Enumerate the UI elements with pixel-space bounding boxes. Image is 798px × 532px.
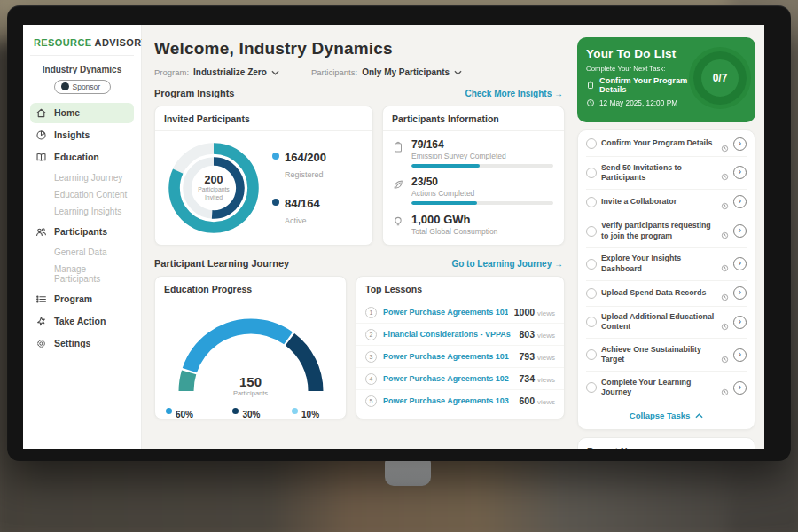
sidebar-item-home[interactable]: Home <box>30 103 134 123</box>
emission-survey-progress-bar <box>411 164 553 168</box>
lesson-rank: 5 <box>365 395 377 407</box>
legend-active: 84/164Active <box>272 195 326 227</box>
active-dot-icon <box>272 199 279 206</box>
task-row[interactable]: Upload Spend Data Records › <box>586 281 747 307</box>
task-row[interactable]: Invite a Collaborator › <box>586 190 747 215</box>
clock-icon <box>721 140 729 148</box>
lesson-link[interactable]: Power Purchase Agreements 101 <box>383 308 508 317</box>
education-icon <box>35 152 47 163</box>
leaf-icon <box>392 178 404 191</box>
arrow-right-icon: → <box>554 259 563 269</box>
gauge-legend: 60%Completed 30%Pending 10%Not Started <box>155 399 346 419</box>
monitor-bezel: RESOURCE ADVISOR+ Industry Dynamics Spon… <box>7 5 791 461</box>
task-checkbox[interactable] <box>586 349 597 360</box>
legend-pending: 30%Pending <box>232 405 267 419</box>
clock-icon <box>721 351 729 359</box>
sidebar-item-education[interactable]: Education <box>30 147 134 168</box>
check-more-insights-link[interactable]: Check More Insights → <box>465 89 563 98</box>
task-row[interactable]: Send 50 Invitations to Participants › <box>586 157 747 190</box>
home-icon <box>35 107 47 119</box>
dashboard-screen: RESOURCE ADVISOR+ Industry Dynamics Spon… <box>23 25 764 449</box>
sidebar-item-education-content[interactable]: Education Content <box>30 186 134 203</box>
task-checkbox[interactable] <box>586 197 597 207</box>
task-row[interactable]: Upload Additional Educational Content › <box>586 307 747 340</box>
sidebar-item-manage-participants[interactable]: Manage Participants <box>30 261 134 287</box>
chevron-right-icon[interactable]: › <box>733 166 747 179</box>
chevron-right-icon[interactable]: › <box>733 137 747 151</box>
lesson-row: 4 Power Purchase Agreements 102 734 view… <box>356 368 564 390</box>
sidebar-item-participants[interactable]: Participants <box>30 222 134 242</box>
task-checkbox[interactable] <box>586 138 597 149</box>
tasks-list-card: Confirm Your Program Details › Send 50 I… <box>577 129 755 430</box>
go-to-learning-journey-link[interactable]: Go to Learning Journey → <box>451 259 563 269</box>
education-progress-gauge-chart: 150 Participants <box>171 309 331 399</box>
top-lessons-card: Top Lessons 1 Power Purchase Agreements … <box>356 276 565 419</box>
stat-emission-survey: 79/164 Emission Survey Completed <box>392 138 553 168</box>
clock-icon <box>721 227 729 235</box>
clock-icon <box>721 384 729 392</box>
participants-icon <box>35 226 47 238</box>
todo-panel: Your To Do List Complete Your Next Task:… <box>572 25 764 449</box>
arrow-right-icon: → <box>554 89 563 98</box>
lesson-row: 2 Financial Considerations - VPPAs 803 v… <box>356 324 564 346</box>
sidebar-item-general-data[interactable]: General Data <box>30 244 134 261</box>
sidebar-item-take-action[interactable]: Take Action <box>30 311 134 332</box>
lightbulb-icon <box>392 215 404 228</box>
chevron-right-icon[interactable]: › <box>733 224 747 238</box>
task-row[interactable]: Verify participants requesting to join t… <box>586 215 747 248</box>
education-progress-card: Education Progress 150 Participants <box>154 276 347 419</box>
main-content: Welcome, Industry Dynamics Program: Indu… <box>142 25 572 449</box>
lesson-rank: 1 <box>365 307 377 318</box>
sidebar: RESOURCE ADVISOR+ Industry Dynamics Spon… <box>23 25 142 449</box>
todo-summary-card: Your To Do List Complete Your Next Task:… <box>577 37 755 122</box>
chevron-right-icon[interactable]: › <box>733 316 747 329</box>
sponsor-icon <box>61 82 69 90</box>
sidebar-item-learning-journey[interactable]: Learning Journey <box>30 169 134 186</box>
sidebar-item-learning-insights[interactable]: Learning Insights <box>30 203 134 220</box>
clock-icon <box>721 198 729 206</box>
actions-completed-progress-bar <box>411 201 553 205</box>
chevron-right-icon[interactable]: › <box>733 286 747 300</box>
task-row[interactable]: Complete Your Learning Journey › <box>586 372 747 403</box>
lesson-rank: 3 <box>365 351 377 363</box>
task-checkbox[interactable] <box>586 226 597 237</box>
task-row[interactable]: Achieve One Sustainability Target › <box>586 339 747 372</box>
learning-journey-header: Participant Learning Journey Go to Learn… <box>154 258 563 269</box>
lesson-link[interactable]: Power Purchase Agreements 102 <box>383 374 513 383</box>
not-started-dot-icon <box>292 408 298 414</box>
task-checkbox[interactable] <box>586 168 597 178</box>
clock-icon <box>721 318 729 326</box>
lesson-rank: 2 <box>365 329 377 340</box>
chevron-right-icon[interactable]: › <box>733 257 747 270</box>
program-filter[interactable]: Program: Industrialize Zero <box>154 67 279 77</box>
task-checkbox[interactable] <box>586 259 597 270</box>
task-checkbox[interactable] <box>586 382 597 393</box>
chevron-down-icon <box>271 70 279 75</box>
pending-dot-icon <box>232 408 239 414</box>
sponsor-badge[interactable]: Sponsor <box>54 80 111 94</box>
task-checkbox[interactable] <box>586 317 597 327</box>
participants-filter[interactable]: Participants: Only My Participants <box>311 67 462 77</box>
task-checkbox[interactable] <box>586 288 597 299</box>
clipboard-icon <box>392 141 404 153</box>
sidebar-item-insights[interactable]: Insights <box>30 125 134 145</box>
task-row[interactable]: Explore Your Insights Dashboard › <box>586 248 747 281</box>
sidebar-item-settings[interactable]: Settings <box>30 333 134 354</box>
task-row[interactable]: Confirm Your Program Details › <box>586 131 747 157</box>
collapse-tasks-link[interactable]: Collapse Tasks <box>586 403 747 428</box>
chevron-right-icon[interactable]: › <box>733 381 747 395</box>
program-icon <box>35 293 47 305</box>
lesson-link[interactable]: Power Purchase Agreements 101 <box>383 352 513 361</box>
lesson-link[interactable]: Financial Considerations - VPPAs <box>383 330 513 339</box>
chevron-right-icon[interactable]: › <box>733 348 747 362</box>
app-logo: RESOURCE ADVISOR+ <box>30 34 134 56</box>
lesson-link[interactable]: Power Purchase Agreements 103 <box>383 396 513 405</box>
chevron-down-icon <box>454 70 462 75</box>
legend-completed: 60%Completed <box>166 405 207 419</box>
sidebar-item-program[interactable]: Program <box>30 289 134 309</box>
filters-row: Program: Industrialize Zero Participants… <box>154 67 565 77</box>
program-insights-header: Program Insights Check More Insights → <box>154 88 563 98</box>
chevron-right-icon[interactable]: › <box>733 195 747 208</box>
lesson-rank: 4 <box>365 373 377 385</box>
stat-actions-completed: 23/50 Actions Completed <box>392 176 553 205</box>
